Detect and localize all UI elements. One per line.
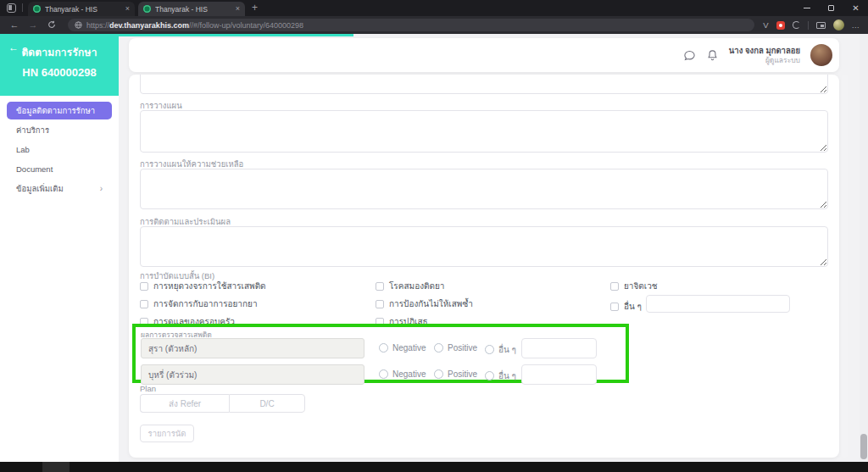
checkbox-craving-management[interactable]: การจัดการกับอาการอยากยา <box>140 297 258 310</box>
substance-input-alcohol[interactable]: สุรา (ตัวหลัก) <box>141 338 364 358</box>
checkbox-bi-other[interactable]: อื่น ๆ <box>610 300 642 313</box>
tab-close-icon[interactable]: × <box>236 5 240 13</box>
checkbox-box[interactable] <box>610 282 619 291</box>
tab-favicon <box>33 5 41 13</box>
forward-icon[interactable]: → <box>25 20 41 30</box>
radio-alcohol-positive[interactable]: Positive <box>434 343 477 353</box>
appointment-list-button[interactable]: รายการนัด <box>140 425 194 442</box>
chat-icon[interactable] <box>683 49 696 62</box>
checkbox-psychiatric-med[interactable]: ยาจิตเวช <box>610 280 658 292</box>
sidebar-item-lab[interactable]: Lab <box>7 141 112 158</box>
refer-button[interactable]: ส่ง Refer <box>140 394 229 413</box>
sidebar-item-followup-data[interactable]: ข้อมูลติดตามการรักษา <box>7 102 112 119</box>
tab-title: Thanyarak - HIS <box>45 5 121 14</box>
address-bar[interactable]: https://dev.thanyarakhis.com//#/follow-u… <box>68 19 754 31</box>
patient-hn: HN 640000298 <box>0 66 119 79</box>
window-controls: ✕ <box>794 0 868 16</box>
checkbox-box[interactable] <box>140 282 148 291</box>
page-loading-bar <box>0 34 353 36</box>
textarea-planning[interactable] <box>140 110 828 153</box>
followup-form: การวางแผน การวางแผนให้ความช่วยเหลือ การต… <box>129 75 839 458</box>
user-block[interactable]: นาง จงกล มุกดาลอย ผู้ดูแลระบบ <box>729 46 800 65</box>
taskbar <box>0 462 868 472</box>
user-name: นาง จงกล มุกดาลอย <box>729 46 800 56</box>
textarea-top-partial[interactable] <box>140 75 828 94</box>
plan-button-group: ส่ง Refer D/C <box>140 394 305 413</box>
checkbox-brain-disease[interactable]: โรคสมองติดยา <box>376 280 444 292</box>
main-area: นาง จงกล มุกดาลอย ผู้ดูแลระบบ การวางแผน … <box>119 34 868 462</box>
radio-cigarette-positive[interactable]: Positive <box>434 369 477 379</box>
extension-red-icon[interactable] <box>776 21 785 30</box>
refresh-icon[interactable] <box>44 20 59 31</box>
maximize-button[interactable] <box>819 0 843 16</box>
plan-label: Plan <box>140 384 156 393</box>
sidebar-menu: ข้อมูลติดตามการรักษา ค่าบริการ Lab Docum… <box>0 96 119 197</box>
tab-close-icon[interactable]: × <box>125 5 130 13</box>
toolbar-icons: V … <box>763 19 861 31</box>
chevron-right-icon: › <box>100 184 103 193</box>
radio-circle[interactable] <box>434 369 443 379</box>
browser-profile-avatar[interactable] <box>833 19 844 31</box>
checkbox-relapse-prevention[interactable]: การป้องกันไม่ให้เสพซ้ำ <box>376 297 473 310</box>
globe-icon <box>75 21 82 29</box>
bell-icon[interactable] <box>706 49 719 62</box>
drug-test-highlight-box: ผลการตรวจสารเสพติด สุรา (ตัวหลัก) Negati… <box>132 324 629 383</box>
browser-tab-2[interactable]: Thanyarak - HIS × <box>138 2 245 16</box>
checkbox-box[interactable] <box>610 303 619 311</box>
radio-circle[interactable] <box>379 369 388 379</box>
radio-alcohol-negative[interactable]: Negative <box>379 343 426 353</box>
app-viewport: ← ติดตามการรักษา HN 640000298 ข้อมูลติดต… <box>0 34 868 462</box>
sidebar-header: ← ติดตามการรักษา HN 640000298 <box>0 34 119 96</box>
radio-circle[interactable] <box>434 343 443 353</box>
browser-toolbar: ← → https://dev.thanyarakhis.com//#/foll… <box>0 16 868 34</box>
tab-favicon <box>143 5 151 13</box>
minimize-button[interactable] <box>794 0 819 16</box>
cast-icon[interactable] <box>816 22 826 29</box>
workspaces-icon[interactable] <box>7 3 16 13</box>
radio-circle[interactable] <box>379 343 388 353</box>
radio-circle[interactable] <box>485 371 494 380</box>
taskbar-item[interactable] <box>42 462 70 472</box>
textarea-assist[interactable] <box>140 169 828 209</box>
checkbox-box[interactable] <box>140 300 148 308</box>
browser-menu-icon[interactable]: … <box>852 21 860 30</box>
new-tab-button[interactable]: + <box>252 2 258 14</box>
radio-circle[interactable] <box>485 345 494 354</box>
radio-cigarette-negative[interactable]: Negative <box>379 369 426 379</box>
content-scrollbar-track[interactable] <box>842 75 848 458</box>
app-topbar: นาง จงกล มุกดาลอย ผู้ดูแลระบบ <box>129 38 839 72</box>
sidebar-item-service-fee[interactable]: ค่าบริการ <box>7 121 112 139</box>
sidebar-item-more-info[interactable]: ข้อมูลเพิ่มเติม› <box>7 180 112 197</box>
close-button[interactable]: ✕ <box>843 0 868 16</box>
sidebar: ← ติดตามการรักษา HN 640000298 ข้อมูลติดต… <box>0 34 119 462</box>
sidebar-item-document[interactable]: Document <box>7 160 112 178</box>
back-arrow-icon[interactable]: ← <box>8 42 19 53</box>
tab-title: Thanyarak - HIS <box>155 5 231 14</box>
extension-ring-icon[interactable] <box>793 21 800 29</box>
browser-scrollbar-thumb[interactable] <box>860 434 867 459</box>
cigarette-other-input[interactable] <box>521 364 597 385</box>
checkbox-stop-drug-cycle[interactable]: การหยุดวงจรการใช้สารเสพติด <box>140 280 266 292</box>
radio-alcohol-other[interactable]: อื่น ๆ <box>485 343 516 356</box>
dc-button[interactable]: D/C <box>229 394 305 413</box>
checkbox-box[interactable] <box>376 300 384 308</box>
substance-input-cigarette[interactable]: บุหรี่ (ตัวร่วม) <box>141 364 364 385</box>
extension-v-icon[interactable]: V <box>763 21 768 30</box>
browser-tab-strip: Thanyarak - HIS × Thanyarak - HIS × + ✕ <box>0 0 868 16</box>
alcohol-other-input[interactable] <box>521 338 597 358</box>
textarea-evaluation[interactable] <box>140 226 828 267</box>
screen: Thanyarak - HIS × Thanyarak - HIS × + ✕ … <box>0 0 868 472</box>
browser-scrollbar-track[interactable] <box>860 34 868 462</box>
checkbox-box[interactable] <box>376 282 384 291</box>
url-text: https://dev.thanyarakhis.com//#/follow-u… <box>86 21 303 30</box>
tab-separator <box>22 3 23 12</box>
user-avatar[interactable] <box>810 44 832 66</box>
back-icon[interactable]: ← <box>7 20 22 30</box>
bi-other-input[interactable] <box>646 295 790 313</box>
browser-tab-1[interactable]: Thanyarak - HIS × <box>28 2 135 16</box>
toolbar-separator <box>808 21 809 30</box>
user-role: ผู้ดูแลระบบ <box>729 56 800 65</box>
radio-cigarette-other[interactable]: อื่น ๆ <box>485 369 516 382</box>
